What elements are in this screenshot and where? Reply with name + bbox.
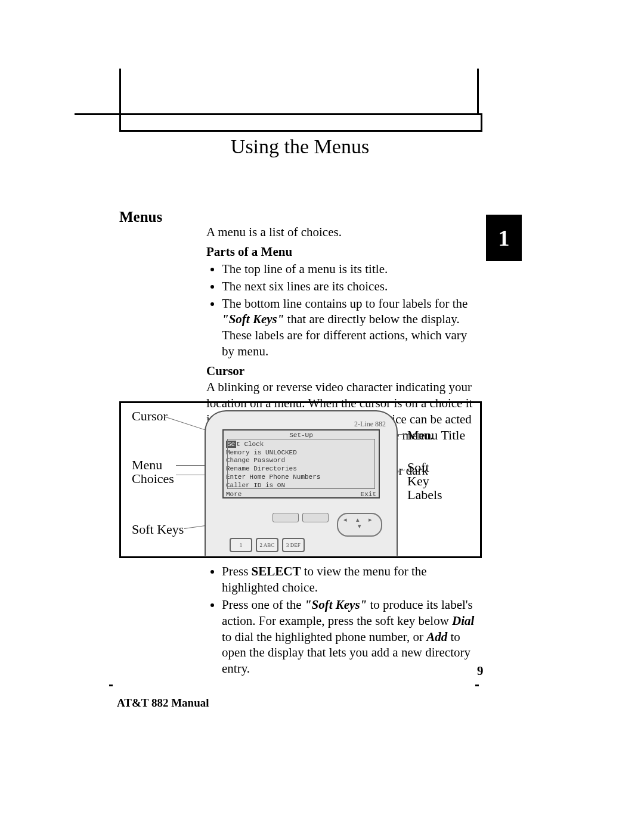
keypad-1: 1 — [230, 538, 252, 552]
phone-screen: Set-Up Set Clock Memory is UNLOCKED Chan… — [222, 429, 380, 498]
softkey-label-more: More — [226, 491, 242, 499]
crop-tick — [475, 685, 479, 686]
small-button-menu — [302, 513, 329, 522]
subheading-cursor: Cursor — [206, 363, 481, 379]
intro-text: A menu is a list of choices. — [206, 224, 481, 240]
softkey-label-exit: Exit — [361, 491, 376, 499]
screen-softkey-row: More Exit — [226, 491, 376, 499]
label-soft-key-labels: Soft Key Labels — [407, 460, 442, 501]
softkeys-term: "Soft Keys" — [305, 597, 367, 612]
list-item: The top line of a menu is its title. — [222, 261, 481, 277]
text: The bottom line contains up to four labe… — [222, 296, 467, 311]
list-item: The bottom line contains up to four labe… — [222, 296, 481, 360]
select-term: SELECT — [252, 564, 301, 578]
after-list: Press SELECT to view the menu for the hi… — [206, 563, 487, 677]
crop-mark — [477, 69, 479, 115]
list-item: The next six lines are its choices. — [222, 278, 481, 295]
add-term: Add — [426, 630, 447, 644]
crop-mark — [119, 69, 121, 115]
keypad-2: 2 ABC — [256, 538, 278, 552]
page-title: Using the Menus — [119, 130, 481, 168]
manual-page: Using the Menus Menus 1 A menu is a list… — [0, 0, 644, 833]
phone-model: 2-Line 882 — [354, 420, 386, 429]
label-cursor: Cursor — [132, 409, 168, 423]
text: Press one of the — [222, 597, 305, 612]
label-menu-title: Menu Title — [407, 428, 465, 442]
phone-diagram: Cursor Menu Choices Soft Keys Menu Title… — [119, 401, 482, 558]
dial-term: Dial — [452, 614, 474, 628]
footer-text: AT&T 882 Manual — [117, 696, 209, 710]
label-soft-keys: Soft Keys — [132, 522, 184, 536]
crop-tick — [109, 685, 113, 686]
softkeys-term: "Soft Keys" — [222, 312, 284, 326]
label-menu-choices: Menu Choices — [132, 458, 174, 485]
parts-list: The top line of a menu is its title. The… — [206, 261, 481, 360]
section-heading: Menus — [119, 209, 162, 225]
screen-bezel — [227, 439, 375, 489]
text: Press — [222, 564, 252, 578]
keypad-3: 3 DEF — [282, 538, 305, 552]
phone-outline: 2-Line 882 Set-Up Set Clock Memory is UN… — [205, 410, 398, 556]
page-number: 9 — [477, 664, 484, 679]
small-button-select — [273, 513, 299, 522]
body-text-after: Press SELECT to view the menu for the hi… — [206, 562, 487, 679]
list-item: Press SELECT to view the menu for the hi… — [222, 563, 487, 596]
chapter-tab: 1 — [486, 215, 522, 261]
crop-mark — [75, 113, 119, 115]
subheading-parts: Parts of a Menu — [206, 244, 481, 260]
header-box — [119, 113, 482, 132]
nav-pad — [337, 513, 382, 537]
list-item: Press one of the "Soft Keys" to produce … — [222, 597, 487, 677]
text: to dial the highlighted phone number, or — [222, 630, 426, 644]
